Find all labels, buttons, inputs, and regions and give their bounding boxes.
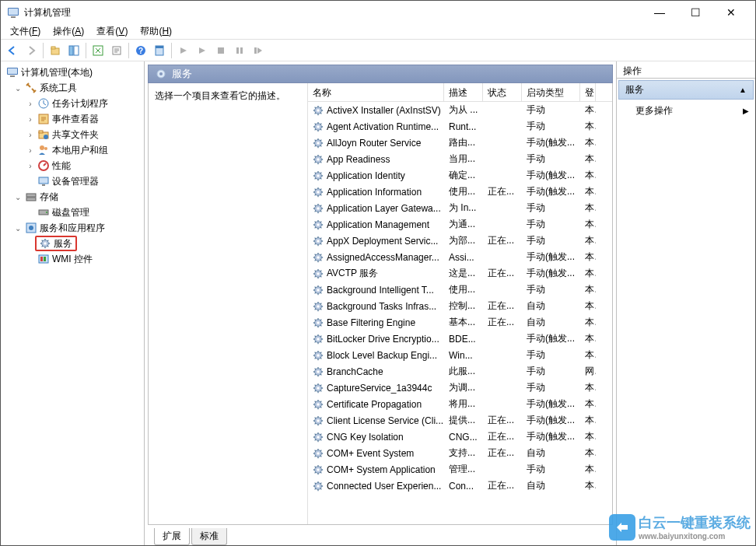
service-row[interactable]: Certificate Propagation将用...手动(触发...本 — [308, 396, 612, 412]
service-desc: 支持... — [444, 446, 483, 460]
forward-button[interactable] — [23, 42, 40, 59]
pause-service-button[interactable] — [231, 42, 248, 59]
service-startup: 手动(触发... — [522, 267, 580, 280]
tree-task-scheduler[interactable]: › 任务计划程序 — [1, 96, 144, 111]
collapse-icon[interactable]: ⌄ — [13, 84, 23, 93]
tree-root[interactable]: 计算机管理(本地) — [1, 65, 144, 80]
tree-performance[interactable]: › 性能 — [1, 158, 144, 173]
tab-standard[interactable]: 标准 — [191, 528, 227, 545]
service-row[interactable]: Background Intelligent T...使用...手动本 — [308, 282, 612, 298]
actions-more[interactable]: 更多操作 ▶ — [617, 101, 755, 121]
show-hide-button[interactable] — [65, 42, 82, 59]
col-startup[interactable]: 启动类型 — [522, 83, 580, 101]
tree-local-users[interactable]: › 本地用户和组 — [1, 142, 144, 158]
service-row[interactable]: Background Tasks Infras...控制...正在...自动本 — [308, 298, 612, 314]
tree-event-viewer[interactable]: › 事件查看器 — [1, 111, 144, 127]
menu-file[interactable]: 文件(F) — [4, 23, 47, 40]
service-row[interactable]: Application Layer Gatewa...为 In...手动本 — [308, 200, 612, 216]
service-row[interactable]: CaptureService_1a3944c为调...手动本 — [308, 380, 612, 396]
svg-point-33 — [46, 212, 47, 213]
expand-icon[interactable]: › — [26, 162, 35, 170]
svg-rect-5 — [69, 46, 73, 55]
svg-rect-30 — [26, 194, 36, 197]
refresh-button[interactable] — [89, 42, 107, 59]
help-button[interactable]: ? — [132, 42, 149, 59]
actions-section-services[interactable]: 服务 ▲ — [618, 80, 754, 100]
service-name: COM+ System Application — [308, 464, 444, 475]
service-startup: 自动 — [522, 446, 580, 460]
back-button[interactable] — [4, 42, 21, 59]
svg-rect-23 — [39, 131, 43, 133]
col-logon[interactable]: 登 — [580, 83, 596, 101]
tree-services[interactable]: 服务 — [1, 236, 144, 251]
service-row[interactable]: ActiveX Installer (AxInstSV)为从 ...手动本 — [308, 102, 612, 118]
service-startup: 手动 — [522, 463, 580, 476]
tree-disk-management[interactable]: 磁盘管理 — [1, 205, 144, 220]
maximize-button[interactable]: ☐ — [677, 1, 713, 24]
tree-wmi[interactable]: WMI 控件 — [1, 251, 144, 267]
stop-service-button[interactable] — [212, 42, 229, 59]
col-desc[interactable]: 描述 — [444, 83, 483, 101]
svg-rect-16 — [254, 47, 257, 54]
service-status: 正在... — [483, 316, 522, 329]
list-rows[interactable]: ActiveX Installer (AxInstSV)为从 ...手动本Age… — [308, 102, 612, 524]
col-status[interactable]: 状态 — [483, 83, 522, 101]
tree-storage[interactable]: ⌄ 存储 — [1, 189, 144, 205]
service-row[interactable]: BranchCache此服...手动网 — [308, 363, 612, 380]
menu-help[interactable]: 帮助(H) — [134, 23, 178, 40]
expand-icon[interactable]: › — [26, 100, 35, 108]
menu-view[interactable]: 查看(V) — [90, 23, 134, 40]
service-name: App Readiness — [308, 154, 444, 165]
close-button[interactable]: ✕ — [713, 1, 749, 24]
restart-service-button[interactable] — [250, 42, 267, 59]
service-row[interactable]: AVCTP 服务这是...正在...手动(触发...本 — [308, 265, 612, 282]
svg-point-35 — [29, 226, 33, 230]
toolbar: ? — [1, 40, 755, 61]
expand-icon[interactable]: › — [26, 115, 35, 124]
tree-system-tools[interactable]: ⌄ 系统工具 — [1, 80, 144, 96]
service-row[interactable]: Agent Activation Runtime...Runt...手动本 — [308, 118, 612, 135]
svg-point-48 — [317, 142, 320, 145]
service-logon: 本 — [580, 299, 596, 313]
service-row[interactable]: CNG Key IsolationCNG...正在...手动(触发...本 — [308, 429, 612, 445]
service-row[interactable]: AllJoyn Router Service路由...手动(触发...本 — [308, 135, 612, 151]
tab-extended[interactable]: 扩展 — [154, 528, 190, 545]
expand-icon[interactable]: › — [26, 131, 35, 139]
tree-shared-folders[interactable]: › 共享文件夹 — [1, 127, 144, 142]
collapse-icon[interactable]: ⌄ — [13, 193, 23, 201]
service-status: 正在... — [483, 267, 522, 280]
up-button[interactable] — [47, 42, 64, 59]
service-row[interactable]: Base Filtering Engine基本...正在...自动本 — [308, 314, 612, 331]
service-row[interactable]: AppX Deployment Servic...为部...正在...手动本 — [308, 233, 612, 249]
service-row[interactable]: COM+ Event System支持...正在...自动本 — [308, 445, 612, 461]
menubar: 文件(F) 操作(A) 查看(V) 帮助(H) — [1, 24, 755, 40]
tree-services-apps[interactable]: ⌄ 服务和应用程序 — [1, 220, 144, 236]
service-row[interactable]: AssignedAccessManager...Assi...手动(触发...本 — [308, 249, 612, 265]
service-name: AppX Deployment Servic... — [308, 236, 444, 247]
collapse-icon[interactable]: ⌄ — [13, 224, 23, 233]
tree-device-manager[interactable]: 设备管理器 — [1, 173, 144, 189]
pause-start-button[interactable] — [194, 42, 211, 59]
service-startup: 手动(触发... — [522, 185, 580, 198]
service-row[interactable]: App Readiness当用...手动本 — [308, 151, 612, 167]
start-service-button[interactable] — [175, 42, 192, 59]
service-row[interactable]: Block Level Backup Engi...Win...手动本 — [308, 347, 612, 363]
service-row[interactable]: COM+ System Application管理...手动本 — [308, 461, 612, 478]
service-row[interactable]: Application Information使用...正在...手动(触发..… — [308, 184, 612, 200]
services-apps-icon — [25, 222, 37, 234]
properties-button[interactable] — [151, 42, 168, 59]
service-row[interactable]: Client License Service (Cli...提供...正在...… — [308, 412, 612, 429]
expand-icon[interactable]: › — [26, 146, 35, 155]
tree-label: 任务计划程序 — [52, 97, 108, 110]
service-row[interactable]: Connected User Experien...Con...正在...自动本 — [308, 478, 612, 494]
service-status: 正在... — [483, 414, 522, 427]
service-row[interactable]: BitLocker Drive Encryptio...BDE...手动(触发.… — [308, 331, 612, 347]
export-button[interactable] — [108, 42, 125, 59]
service-row[interactable]: Application Identity确定...手动(触发...本 — [308, 167, 612, 184]
col-name[interactable]: 名称 — [308, 83, 444, 101]
service-row[interactable]: Application Management为通...手动本 — [308, 216, 612, 233]
service-logon: 本 — [580, 201, 596, 215]
tree-panel[interactable]: 计算机管理(本地) ⌄ 系统工具 › 任务计划程序 › 事件查看器 › 共享文件… — [1, 61, 145, 545]
minimize-button[interactable]: — — [642, 1, 677, 24]
menu-action[interactable]: 操作(A) — [47, 23, 90, 40]
